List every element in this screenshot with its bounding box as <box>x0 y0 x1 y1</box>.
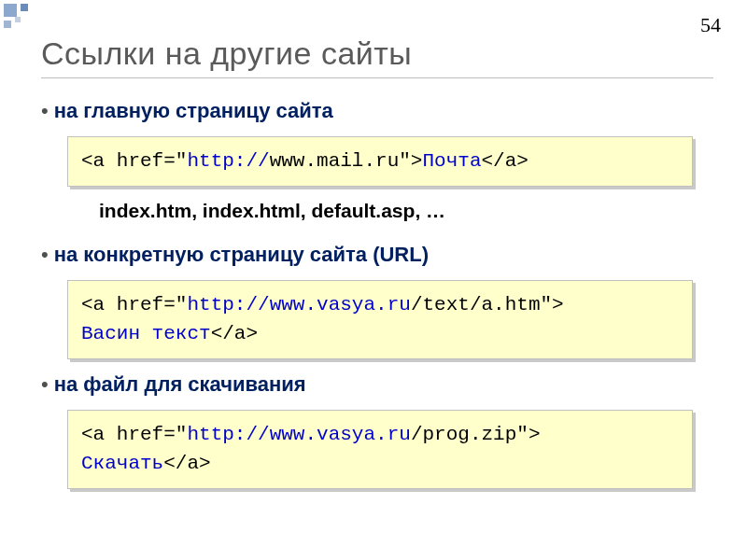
code-segment: /text/a.htm"> <box>411 294 564 315</box>
code-example: <a href="http://www.mail.ru">Почта</a> <box>67 136 693 187</box>
title-underline <box>41 77 713 78</box>
code-segment: Почта <box>422 150 481 172</box>
code-segment: Васин текст <box>81 323 211 344</box>
bullet-item: • на главную страницу сайта <box>41 99 717 123</box>
bullet-text: на файл для скачивания <box>54 372 306 397</box>
code-segment: /prog.zip"> <box>411 424 541 445</box>
code-segment: www.mail.ru"> <box>270 150 423 172</box>
code-segment: <a href=" <box>81 150 187 172</box>
bullet-dot-icon: • <box>41 374 49 395</box>
code-segment: <a href=" <box>81 294 187 315</box>
code-segment: http://www.vasya.ru <box>187 294 410 315</box>
code-segment: </a> <box>211 323 258 344</box>
code-segment: </a> <box>163 453 210 474</box>
bullet-item: • на конкретную страницу сайта (URL) <box>41 243 717 267</box>
code-segment: </a> <box>481 150 528 172</box>
slide-content: Ссылки на другие сайты • на главную стра… <box>0 0 747 489</box>
bullet-item: • на файл для скачивания <box>41 372 717 397</box>
code-example: <a href="http://www.vasya.ru/prog.zip"> … <box>67 410 693 489</box>
bullet-dot-icon: • <box>41 245 49 265</box>
slide-corner-decoration <box>0 0 45 45</box>
slide-title: Ссылки на другие сайты <box>41 35 717 72</box>
sub-note: index.htm, index.html, default.asp, … <box>99 200 717 222</box>
bullet-text: на главную страницу сайта <box>54 99 333 123</box>
bullet-text: на конкретную страницу сайта (URL) <box>54 243 429 267</box>
code-segment: http:// <box>187 150 269 172</box>
bullet-dot-icon: • <box>41 101 49 121</box>
code-segment: http://www.vasya.ru <box>187 424 410 445</box>
code-segment: <a href=" <box>81 424 187 445</box>
code-example: <a href="http://www.vasya.ru/text/a.htm"… <box>67 280 693 359</box>
page-number: 54 <box>700 13 721 37</box>
code-segment: Скачать <box>81 453 163 474</box>
